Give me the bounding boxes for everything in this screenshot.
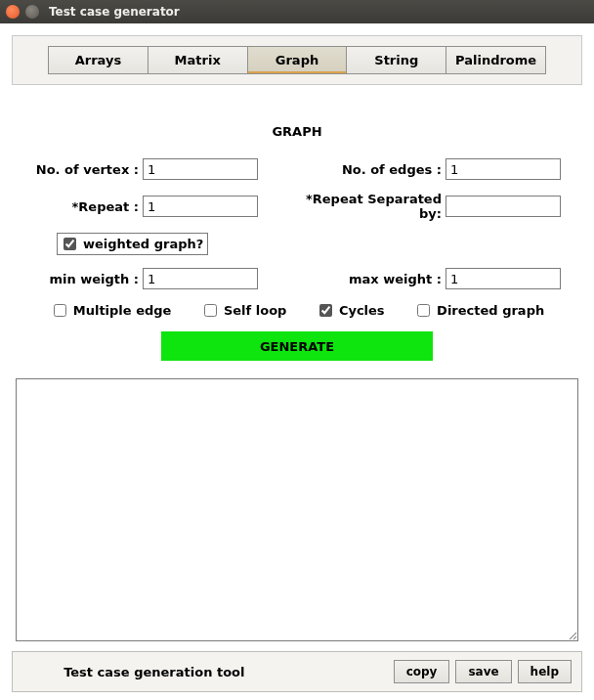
self-loop-checkbox-wrap[interactable]: Self loop (200, 301, 286, 320)
tab-string[interactable]: String (346, 46, 446, 74)
tab-bar: Arrays Matrix Graph String Palindrome (48, 46, 546, 74)
min-weight-label: min weigth : (33, 272, 143, 286)
self-loop-label: Self loop (224, 303, 286, 318)
form-area: GRAPH No. of vertex : No. of edges : *Re… (12, 85, 582, 371)
cycles-checkbox[interactable] (319, 304, 332, 317)
app-shell: Arrays Matrix Graph String Palindrome GR… (0, 23, 594, 700)
close-icon[interactable] (6, 5, 20, 19)
multiple-edge-checkbox-wrap[interactable]: Multiple edge (50, 301, 172, 320)
section-title: GRAPH (33, 124, 561, 139)
cycles-label: Cycles (339, 303, 385, 318)
repeat-sep-input[interactable] (446, 196, 561, 217)
multiple-edge-label: Multiple edge (73, 303, 172, 318)
tab-arrays[interactable]: Arrays (48, 46, 148, 74)
vertex-label: No. of vertex : (33, 162, 143, 177)
multiple-edge-checkbox[interactable] (54, 304, 66, 317)
minimize-icon[interactable] (25, 5, 39, 19)
weighted-label: weighted graph? (83, 237, 203, 251)
weighted-checkbox-wrap[interactable]: weighted graph? (57, 233, 208, 255)
directed-checkbox[interactable] (417, 304, 430, 317)
help-button[interactable]: help (518, 660, 572, 683)
max-weight-label: max weight : (349, 272, 446, 286)
tab-label: Graph (276, 53, 318, 67)
directed-label: Directed graph (437, 303, 544, 318)
titlebar: Test case generator (0, 0, 594, 23)
tab-label: Palindrome (455, 53, 536, 67)
output-textarea[interactable] (16, 378, 578, 641)
repeat-label: *Repeat : (33, 199, 143, 214)
repeat-input[interactable] (143, 196, 258, 217)
max-weight-input[interactable] (446, 268, 561, 289)
edges-label: No. of edges : (342, 162, 446, 177)
repeat-sep-label: *Repeat Separated by: (297, 192, 446, 221)
vertex-input[interactable] (143, 158, 258, 180)
tab-matrix[interactable]: Matrix (148, 46, 247, 74)
self-loop-checkbox[interactable] (204, 304, 217, 317)
save-button[interactable]: save (455, 660, 511, 683)
tab-label: String (374, 53, 418, 67)
cycles-checkbox-wrap[interactable]: Cycles (316, 301, 385, 320)
tab-graph[interactable]: Graph (247, 46, 347, 74)
window-title: Test case generator (49, 5, 180, 19)
tab-label: Arrays (75, 53, 121, 67)
copy-button[interactable]: copy (394, 660, 450, 683)
weighted-checkbox[interactable] (64, 238, 76, 250)
tab-palindrome[interactable]: Palindrome (446, 46, 546, 74)
footer-text: Test case generation tool (0, 665, 394, 679)
footer: Test case generation tool copy save help (12, 651, 582, 692)
directed-checkbox-wrap[interactable]: Directed graph (413, 301, 544, 320)
edges-input[interactable] (446, 158, 561, 180)
min-weight-input[interactable] (143, 268, 258, 289)
tab-label: Matrix (175, 53, 221, 67)
generate-button[interactable]: GENERATE (161, 331, 433, 361)
tabs-container: Arrays Matrix Graph String Palindrome (12, 35, 582, 85)
